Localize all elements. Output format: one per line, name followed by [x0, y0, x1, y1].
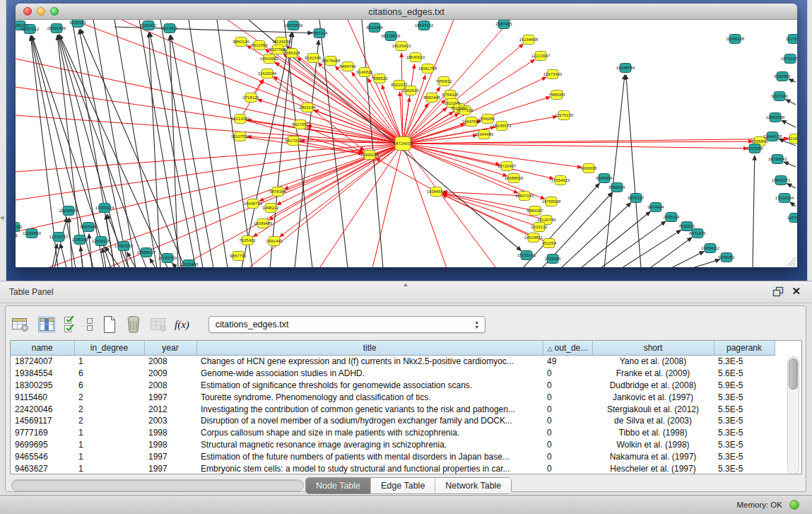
- network-edge[interactable]: [622, 230, 681, 267]
- table-cell[interactable]: 1: [74, 462, 144, 474]
- table-cell[interactable]: 0: [543, 427, 592, 439]
- table-cell[interactable]: 1: [74, 427, 144, 439]
- network-canvas[interactable]: 1872400798601248912954182260589327508165…: [16, 20, 797, 267]
- table-cell[interactable]: 0: [543, 403, 592, 415]
- function-builder-icon[interactable]: f(x): [175, 314, 189, 335]
- network-edge[interactable]: [150, 259, 155, 267]
- float-panel-icon[interactable]: [772, 286, 784, 297]
- table-cell[interactable]: 1998: [144, 439, 196, 451]
- memory-ok-indicator[interactable]: [789, 500, 799, 510]
- table-cell[interactable]: 2: [74, 403, 144, 415]
- network-edge[interactable]: [160, 20, 203, 267]
- canvas-resize-grip[interactable]: [790, 260, 796, 266]
- table-cell[interactable]: 18724007: [11, 356, 74, 368]
- column-header-short[interactable]: short: [592, 341, 714, 356]
- network-edge[interactable]: [60, 244, 66, 267]
- table-cell[interactable]: 9777169: [11, 427, 74, 439]
- table-cell[interactable]: 18300295: [11, 380, 74, 392]
- column-header-in_degree[interactable]: in_degree: [74, 341, 144, 356]
- vertical-scrollbar[interactable]: [787, 356, 799, 474]
- table-cell[interactable]: 9463627: [11, 462, 74, 474]
- table-row[interactable]: 1872400712008Changes of HCN gene express…: [11, 356, 775, 368]
- network-edge[interactable]: [403, 144, 507, 176]
- table-cell[interactable]: 22420046: [11, 403, 74, 415]
- table-cell[interactable]: 2009: [144, 368, 196, 380]
- table-row[interactable]: 1938455462009Genome-wide association stu…: [11, 368, 775, 380]
- table-cell[interactable]: Embryonic stem cells: a model to study s…: [196, 462, 543, 474]
- column-header-year[interactable]: year: [144, 341, 196, 356]
- table-row[interactable]: 977716911998Corpus callosum shape and si…: [11, 427, 775, 439]
- network-edge[interactable]: [217, 20, 252, 267]
- table-cell[interactable]: 0: [543, 462, 592, 474]
- network-edge[interactable]: [671, 252, 704, 267]
- network-edge[interactable]: [650, 238, 692, 267]
- column-header-out_de[interactable]: △out_de...: [543, 341, 592, 356]
- column-header-title[interactable]: title: [196, 341, 543, 356]
- table-cell[interactable]: Tourette syndrome. Phenomenology and cla…: [196, 391, 543, 403]
- network-edge[interactable]: [170, 35, 178, 267]
- network-edge[interactable]: [403, 144, 748, 148]
- network-edge[interactable]: [16, 115, 403, 144]
- table-cell[interactable]: de Silva et al. (2003): [592, 415, 714, 427]
- table-cell[interactable]: 5.3E-5: [714, 450, 775, 462]
- table-cell[interactable]: 1997: [144, 450, 196, 462]
- network-edge[interactable]: [626, 75, 641, 267]
- table-cell[interactable]: 9699695: [11, 439, 74, 451]
- table-cell[interactable]: 5.6E-5: [714, 368, 775, 380]
- network-edge[interactable]: [59, 35, 146, 267]
- network-edge[interactable]: [150, 33, 196, 267]
- attribute-table[interactable]: namein_degreeyeartitle△out_de...shortpag…: [11, 341, 775, 474]
- table-cell[interactable]: 19384554: [11, 368, 74, 380]
- network-edge[interactable]: [693, 259, 719, 267]
- network-edge[interactable]: [267, 74, 364, 151]
- table-cell[interactable]: Estimation of significance thresholds fo…: [196, 380, 543, 392]
- network-edge[interactable]: [403, 139, 788, 144]
- show-column-icon[interactable]: [37, 314, 56, 335]
- tab-edge-table[interactable]: Edge Table: [371, 478, 435, 493]
- table-row[interactable]: 1830029562008Estimation of significance …: [11, 380, 775, 392]
- canvas-resize-grip[interactable]: [793, 263, 796, 266]
- table-row[interactable]: 969969511998Structural magnetic resonanc…: [11, 439, 775, 451]
- table-cell[interactable]: 0: [543, 391, 592, 403]
- table-row[interactable]: 946554611997Estimation of the future num…: [11, 450, 775, 462]
- table-cell[interactable]: 5.9E-5: [714, 380, 775, 392]
- table-cell[interactable]: 1: [74, 356, 144, 368]
- table-selector-dropdown[interactable]: citations_edges.txt ▲▼: [208, 316, 486, 333]
- table-cell[interactable]: Disruption of a novel member of a sodium…: [196, 415, 543, 427]
- table-cell[interactable]: Jankovic et al. (1997): [592, 391, 714, 403]
- horizontal-scrollbar[interactable]: [11, 479, 304, 491]
- table-cell[interactable]: 1998: [144, 427, 196, 439]
- table-cell[interactable]: 6: [74, 380, 144, 392]
- table-cell[interactable]: Dudbridge et al. (2008): [592, 380, 714, 392]
- new-table-icon[interactable]: [102, 314, 117, 335]
- network-edge[interactable]: [172, 263, 177, 267]
- network-edge[interactable]: [604, 75, 625, 267]
- network-edge[interactable]: [295, 40, 319, 267]
- network-edge[interactable]: [81, 247, 83, 267]
- network-edge[interactable]: [403, 144, 545, 199]
- table-cell[interactable]: 14569117: [11, 415, 74, 427]
- delete-table-icon[interactable]: [125, 314, 142, 335]
- table-cell[interactable]: 2008: [144, 356, 196, 368]
- table-row[interactable]: 911546021997Tourette syndrome. Phenomeno…: [11, 391, 775, 403]
- table-row[interactable]: 1456911722003Disruption of a novel membe…: [11, 415, 775, 427]
- network-edge[interactable]: [782, 120, 796, 127]
- table-cell[interactable]: 1997: [144, 462, 196, 474]
- panel-resize-grip[interactable]: ▲: [400, 282, 411, 288]
- table-cell[interactable]: 2: [74, 415, 144, 427]
- select-columns-icon[interactable]: [64, 314, 78, 335]
- table-cell[interactable]: Changes of HCN gene expression and I(f) …: [196, 356, 543, 368]
- table-cell[interactable]: Structural magnetic resonance image aver…: [196, 439, 543, 451]
- network-edge[interactable]: [790, 202, 796, 206]
- table-cell[interactable]: Hescheler et al. (1997): [592, 462, 714, 474]
- network-edge[interactable]: [372, 144, 403, 267]
- network-edge[interactable]: [319, 144, 403, 267]
- table-cell[interactable]: Stergiakouli et al. (2012): [592, 403, 714, 415]
- import-table-icon[interactable]: [150, 314, 167, 335]
- network-edge[interactable]: [54, 218, 67, 267]
- table-cell[interactable]: 2003: [144, 415, 196, 427]
- table-cell[interactable]: 2012: [144, 403, 196, 415]
- table-cell[interactable]: 5.3E-5: [714, 439, 775, 451]
- tab-node-table[interactable]: Node Table: [306, 478, 371, 493]
- panel-collapse-arrow-icon[interactable]: ◀: [0, 214, 4, 221]
